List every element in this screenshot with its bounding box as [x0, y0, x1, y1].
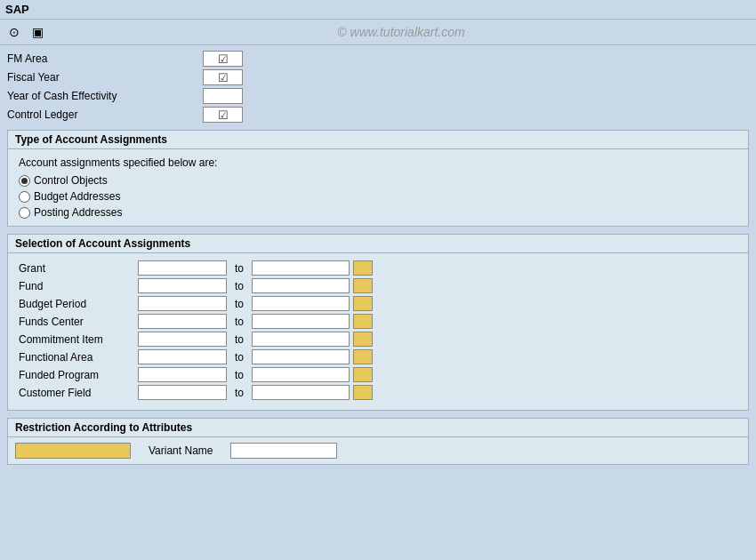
funds-center-to-input[interactable] — [252, 314, 350, 329]
funded-program-label: Funded Program — [19, 369, 134, 381]
grant-row: Grant to — [19, 260, 737, 276]
budget-period-label: Budget Period — [19, 298, 134, 310]
budget-period-to-input[interactable] — [252, 296, 350, 311]
commitment-item-to-input[interactable] — [252, 332, 350, 347]
restriction-variant-input[interactable] — [15, 443, 131, 459]
funded-program-from-input[interactable] — [138, 367, 227, 382]
app-title: SAP — [5, 3, 29, 16]
functional-area-to-label: to — [230, 351, 248, 364]
year-cash-row: Year of Cash Effectivity — [7, 88, 749, 104]
toolbar: ⊙ ▣ © www.tutorialkart.com — [0, 20, 756, 45]
radio-control-objects-input[interactable] — [19, 175, 30, 187]
grant-to-input[interactable] — [252, 260, 350, 276]
fm-area-row: FM Area ☑ — [7, 51, 749, 67]
account-description: Account assignments specified below are: — [19, 156, 737, 169]
radio-posting-addresses-input[interactable] — [19, 207, 30, 219]
funds-center-from-input[interactable] — [138, 314, 227, 329]
clock-icon[interactable]: ⊙ — [5, 23, 23, 41]
type-account-assignments-section: Type of Account Assignments Account assi… — [7, 130, 749, 227]
year-cash-label: Year of Cash Effectivity — [7, 90, 203, 102]
radio-posting-addresses-label: Posting Addresses — [34, 206, 122, 219]
fund-to-label: to — [230, 280, 248, 292]
budget-period-select-button[interactable] — [353, 296, 373, 311]
top-fields: FM Area ☑ Fiscal Year ☑ Year of Cash Eff… — [7, 51, 749, 123]
fund-from-input[interactable] — [138, 278, 227, 293]
commitment-item-from-input[interactable] — [138, 332, 227, 347]
funded-program-select-button[interactable] — [353, 367, 373, 382]
customer-field-label: Customer Field — [19, 387, 134, 399]
type-account-assignments-content: Account assignments specified below are:… — [8, 149, 748, 226]
control-ledger-label: Control Ledger — [7, 108, 203, 121]
commitment-item-label: Commitment Item — [19, 333, 134, 346]
control-ledger-checkbox[interactable]: ☑ — [203, 107, 243, 123]
radio-posting-addresses[interactable]: Posting Addresses — [19, 206, 737, 219]
customer-field-from-input[interactable] — [138, 385, 227, 400]
grant-select-button[interactable] — [353, 260, 373, 276]
grant-from-input[interactable] — [138, 260, 227, 276]
funds-center-select-button[interactable] — [353, 314, 373, 329]
fm-area-checkbox[interactable]: ☑ — [203, 51, 243, 67]
budget-period-from-input[interactable] — [138, 296, 227, 311]
fm-area-label: FM Area — [7, 52, 203, 65]
main-content: FM Area ☑ Fiscal Year ☑ Year of Cash Eff… — [0, 45, 756, 552]
grant-to-label: to — [230, 262, 248, 275]
radio-budget-addresses[interactable]: Budget Addresses — [19, 190, 737, 203]
save-icon[interactable]: ▣ — [28, 23, 46, 41]
customer-field-to-input[interactable] — [252, 385, 350, 400]
customer-field-row: Customer Field to — [19, 385, 737, 400]
fund-to-input[interactable] — [252, 278, 350, 293]
commitment-item-row: Commitment Item to — [19, 332, 737, 347]
fund-label: Fund — [19, 280, 134, 292]
customer-field-to-label: to — [230, 387, 248, 399]
variant-name-label: Variant Name — [149, 444, 213, 457]
fiscal-year-label: Fiscal Year — [7, 71, 203, 84]
radio-control-objects[interactable]: Control Objects — [19, 174, 737, 187]
radio-control-objects-label: Control Objects — [34, 174, 108, 187]
customer-field-select-button[interactable] — [353, 385, 373, 400]
funded-program-to-label: to — [230, 369, 248, 381]
watermark: © www.tutorialkart.com — [52, 25, 751, 39]
control-ledger-row: Control Ledger ☑ — [7, 107, 749, 123]
funded-program-row: Funded Program to — [19, 367, 737, 382]
budget-period-row: Budget Period to — [19, 296, 737, 311]
grant-label: Grant — [19, 262, 134, 275]
selection-account-assignments-content: Grant to Fund to Budget Period to — [8, 253, 748, 410]
radio-budget-addresses-input[interactable] — [19, 191, 30, 203]
functional-area-select-button[interactable] — [353, 349, 373, 364]
restriction-content: Variant Name — [8, 437, 748, 464]
budget-period-to-label: to — [230, 298, 248, 310]
year-cash-input[interactable] — [203, 88, 243, 104]
funded-program-to-input[interactable] — [252, 367, 350, 382]
fund-select-button[interactable] — [353, 278, 373, 293]
commitment-item-to-label: to — [230, 333, 248, 346]
functional-area-to-input[interactable] — [252, 349, 350, 364]
fiscal-year-checkbox[interactable]: ☑ — [203, 69, 243, 85]
restriction-title: Restriction According to Attributes — [8, 419, 748, 437]
variant-name-input[interactable] — [230, 443, 337, 459]
fund-row: Fund to — [19, 278, 737, 293]
title-bar: SAP — [0, 0, 756, 20]
functional-area-label: Functional Area — [19, 351, 134, 364]
selection-account-assignments-section: Selection of Account Assignments Grant t… — [7, 234, 749, 411]
selection-table: Grant to Fund to Budget Period to — [19, 260, 737, 400]
funds-center-row: Funds Center to — [19, 314, 737, 329]
functional-area-from-input[interactable] — [138, 349, 227, 364]
restriction-section: Restriction According to Attributes Vari… — [7, 418, 749, 465]
funds-center-label: Funds Center — [19, 316, 134, 328]
funds-center-to-label: to — [230, 316, 248, 328]
functional-area-row: Functional Area to — [19, 349, 737, 364]
selection-account-assignments-title: Selection of Account Assignments — [8, 235, 748, 253]
type-account-assignments-title: Type of Account Assignments — [8, 131, 748, 149]
radio-budget-addresses-label: Budget Addresses — [34, 190, 120, 203]
radio-group: Control Objects Budget Addresses Posting… — [19, 174, 737, 219]
fiscal-year-row: Fiscal Year ☑ — [7, 69, 749, 85]
commitment-item-select-button[interactable] — [353, 332, 373, 347]
